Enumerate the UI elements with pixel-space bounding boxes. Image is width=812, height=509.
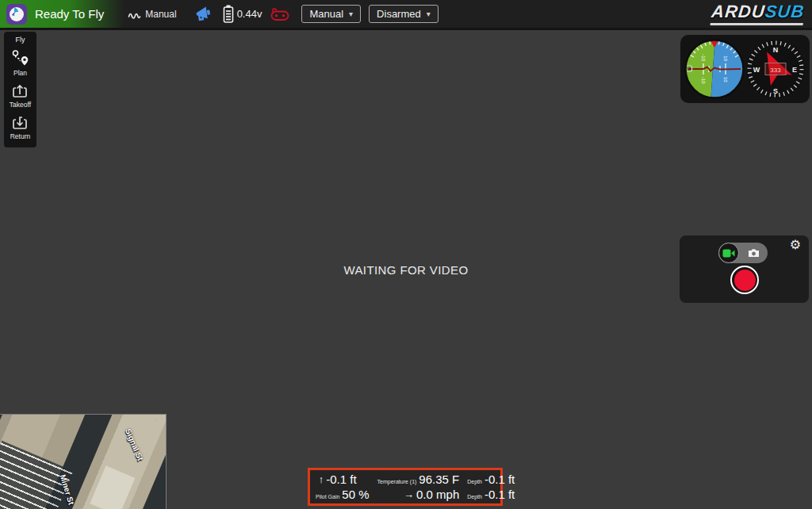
sidebar-item-takeoff-label: Takeoff (10, 101, 31, 109)
depth-value-cell-2: Depth -0.1 ft (467, 488, 515, 501)
depth-value-2: -0.1 ft (485, 488, 515, 501)
sidebar-item-return-label: Return (10, 132, 31, 140)
return-arrow-down-icon (11, 114, 29, 132)
pitch-label-neg-left: -10 (701, 54, 706, 61)
arm-state-dropdown-value: Disarmed (377, 8, 421, 20)
depth-label-2: Depth (467, 494, 482, 499)
top-toolbar: Ready To Fly Manual 0.44v (0, 0, 812, 30)
attitude-indicator[interactable]: 10 10 -10 -10 (684, 39, 745, 99)
battery-icon (223, 5, 234, 23)
ground-speed-value: 0.0 mph (416, 488, 459, 501)
video-camera-icon (722, 249, 735, 258)
ardusub-logo-sub: SUB (764, 2, 806, 21)
altitude-value-cell: ↑ -0.1 ft (319, 473, 370, 486)
plan-waypoints-icon (11, 49, 30, 68)
sidebar-item-return[interactable]: Return (10, 113, 31, 142)
depth-value-1: -0.1 ft (485, 473, 515, 486)
flight-mode-dropdown-value: Manual (309, 8, 343, 20)
flight-mode-wave-icon (128, 9, 141, 20)
compass-east-label: E (792, 66, 797, 74)
video-photo-toggle[interactable] (718, 243, 768, 263)
telemetry-values-panel[interactable]: ↑ -0.1 ft Temperature (1) 96.35 F Depth … (308, 468, 503, 506)
temperature-value: 96.35 F (419, 473, 459, 486)
pilot-gain-value: 50 % (342, 488, 369, 501)
sidebar-item-plan-label: Plan (13, 69, 27, 77)
ground-speed-cell: → 0.0 mph (404, 488, 459, 501)
altitude-value: -0.1 ft (326, 473, 356, 486)
sidebar-item-takeoff[interactable]: Takeoff (10, 81, 31, 110)
depth-label-1: Depth (467, 479, 482, 484)
pilot-gain-label: Pilot Gain (316, 494, 339, 499)
right-arrow-icon: → (404, 488, 414, 500)
pilot-gain-cell: Pilot Gain 50 % (316, 488, 370, 501)
pitch-label-neg-right: -10 (701, 77, 706, 84)
depth-value-cell-1: Depth -0.1 ft (467, 473, 515, 486)
camera-control-panel: ⚙ (680, 235, 809, 303)
record-red-dot (734, 270, 756, 291)
fly-tools-sidebar: Fly Plan Takeoff Return (4, 32, 36, 147)
flight-mode-indicator[interactable]: Manual (128, 9, 176, 20)
still-camera-icon (748, 248, 760, 258)
joystick-gamepad-icon[interactable] (270, 6, 290, 22)
ardusub-logo: ARDUSUB (710, 3, 806, 25)
up-arrow-icon: ↑ (319, 473, 324, 485)
chevron-down-icon: ▾ (427, 10, 431, 18)
photo-mode-option[interactable] (739, 248, 768, 258)
audio-megaphone-icon[interactable] (194, 6, 213, 23)
flight-mode-dropdown[interactable]: Manual ▾ (301, 5, 361, 23)
pitch-label-pos-right: 10 (723, 77, 728, 82)
arm-state-dropdown[interactable]: Disarmed ▾ (369, 5, 439, 23)
compass-heading-indicator[interactable]: N E S W 333 (745, 39, 806, 99)
roll-side-marker (687, 66, 692, 71)
camera-settings-gear-icon[interactable]: ⚙ (790, 239, 801, 251)
mini-map-satellite[interactable]: Signal St Miner St · · · · (0, 414, 167, 509)
compass-heading-arrow-west-label: W (753, 66, 760, 74)
temperature-value-cell: Temperature (1) 96.35 F (377, 473, 460, 486)
temperature-label: Temperature (1) (377, 479, 417, 484)
compass-heading-value: 333 (770, 67, 781, 74)
takeoff-arrow-up-icon (11, 82, 29, 100)
battery-voltage-value: 0.44v (237, 8, 262, 20)
record-button[interactable] (730, 266, 759, 294)
vehicle-status-section[interactable]: Ready To Fly (0, 0, 124, 28)
flight-instruments-panel[interactable]: 10 10 -10 -10 N E S W 333 (680, 35, 810, 103)
video-mode-selected[interactable] (718, 243, 739, 263)
battery-indicator[interactable]: 0.44v (223, 5, 262, 23)
chevron-down-icon: ▾ (349, 10, 353, 18)
sidebar-title: Fly (16, 36, 25, 44)
flight-mode-indicator-label: Manual (145, 9, 176, 20)
sidebar-item-plan[interactable]: Plan (11, 48, 30, 78)
ardusub-logo-ardu: ARDU (710, 2, 766, 21)
compass-north-label: N (773, 46, 779, 54)
vehicle-status-text: Ready To Fly (35, 7, 104, 21)
pitch-label-pos-left: 10 (723, 55, 728, 61)
compass-south-label: S (773, 87, 778, 95)
qgroundcontrol-app-icon[interactable] (6, 4, 27, 25)
